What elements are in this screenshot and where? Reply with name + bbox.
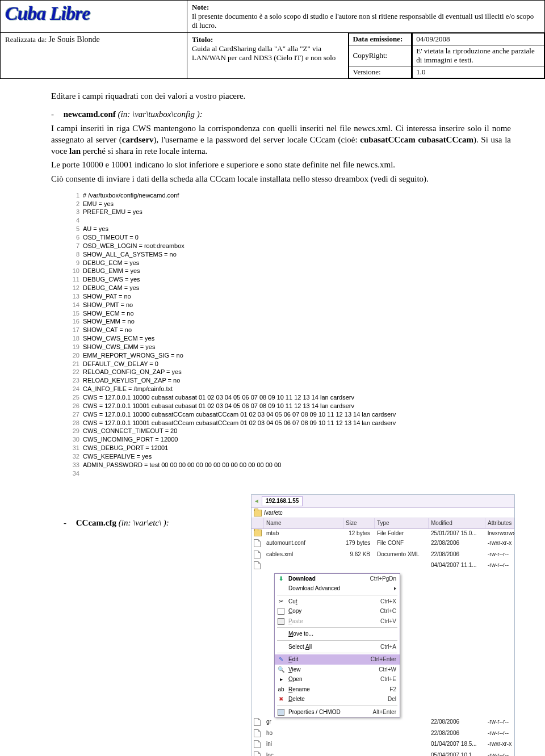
data-label: Data emissione: — [353, 35, 403, 43]
file-icon — [254, 729, 261, 737]
file-icon — [254, 551, 261, 558]
file-attr: -rw-r--r-- — [485, 717, 514, 729]
path-value: /var/etc — [264, 509, 283, 517]
menu-label: Edit — [288, 656, 367, 663]
para1: I campi inseriti in riga CWS mantengono … — [51, 124, 511, 156]
file-row[interactable]: ini01/04/2007 18.5...-rwxr-xr-x — [251, 740, 514, 751]
file-attr: -rw-r--r-- — [485, 561, 514, 572]
menu-item[interactable]: Download Advanced — [275, 583, 400, 594]
file-type — [375, 729, 429, 740]
menu-icon — [277, 608, 285, 615]
menu-item[interactable]: ✂CutCtrl+X — [275, 597, 400, 607]
file-name: gr — [264, 717, 343, 729]
menu-item[interactable]: CopyCtrl+C — [275, 606, 400, 616]
file-list-header[interactable]: Name Size Type Modified Attributes — [251, 518, 514, 529]
menu-item[interactable]: Select AllCtrl+A — [275, 642, 400, 652]
menu-separator — [277, 640, 397, 641]
file-attr: -rwxr-xr-x — [485, 740, 514, 751]
file-attr: -rw-r--r-- — [485, 550, 514, 561]
file-name: loc — [264, 751, 343, 756]
newcamd-path: (in: \var\tuxbox\config ): — [116, 110, 203, 119]
menu-item[interactable]: 🔍ViewCtrl+W — [275, 665, 400, 675]
menu-shortcut: Ctrl+Enter — [371, 656, 396, 663]
copy-value: E' vietata la riproduzione anche parzial… — [416, 47, 534, 64]
file-row[interactable]: gr22/08/2006-rw-r--r-- — [251, 717, 514, 729]
submenu-arrow-icon — [394, 587, 396, 590]
copy-label: CopyRight: — [353, 51, 387, 60]
config-code-block: 1# /var/tuxbox/config/newcamd.conf 2EMU … — [68, 191, 511, 478]
file-modified: 25/01/2007 15.0... — [429, 529, 485, 539]
ccam-path: (in: \var\etc\ ): — [116, 518, 169, 527]
file-type — [375, 751, 429, 756]
file-row[interactable]: mtab12 bytesFile Folder25/01/2007 15.0..… — [251, 529, 514, 539]
file-row[interactable]: loc05/04/2007 10.1...-rw-r--r-- — [251, 751, 514, 756]
folder-icon — [254, 530, 262, 536]
ccam-title: CCcam.cfg — [76, 518, 116, 527]
file-icon — [254, 740, 261, 748]
menu-item: PasteCtrl+V — [275, 616, 400, 627]
col-size[interactable]: Size — [343, 518, 375, 528]
file-row[interactable]: automount.conf179 bytesFile CONF22/08/20… — [251, 539, 514, 550]
menu-separator — [277, 595, 397, 595]
file-icon — [254, 539, 261, 547]
file-modified: 05/04/2007 10.1... — [429, 751, 485, 756]
file-size — [343, 740, 375, 751]
file-type: File Folder — [375, 529, 429, 539]
folder-icon — [254, 510, 262, 516]
file-type — [375, 740, 429, 751]
col-icon[interactable] — [251, 518, 264, 528]
menu-shortcut: Del — [388, 695, 396, 703]
file-browser[interactable]: ◄ 192.168.1.55 /var/etc Name Size Type M… — [251, 494, 515, 756]
titolo-label: Titolo: — [192, 35, 213, 44]
file-name: cables.xml — [264, 550, 343, 561]
menu-icon: ✖ — [277, 695, 285, 703]
col-modified[interactable]: Modified — [429, 518, 485, 528]
file-type — [375, 717, 429, 729]
file-row[interactable]: ho22/08/2006-rw-r--r-- — [251, 729, 514, 740]
data-value: 04/09/2008 — [416, 35, 450, 43]
menu-label: Properties / CHMOD — [288, 708, 370, 716]
file-row[interactable]: cables.xml9.62 KBDocumento XML22/08/2006… — [251, 550, 514, 561]
col-attributes[interactable]: Attributes — [485, 518, 514, 528]
back-icon[interactable]: ◄ — [254, 497, 259, 505]
file-size — [343, 729, 375, 740]
menu-shortcut: F2 — [389, 686, 396, 694]
document-body: Editare i campi riquadrati con dei valor… — [0, 79, 545, 756]
path-bar[interactable]: /var/etc — [251, 508, 514, 519]
file-name: ini — [264, 740, 343, 751]
para2: Le porte 10000 e 10001 indicano lo slot … — [51, 160, 395, 169]
note-text: Il presente documento è a solo scopo di … — [192, 12, 534, 30]
address-value[interactable]: 192.168.1.55 — [262, 496, 303, 506]
note-label: Note: — [192, 3, 209, 11]
menu-item[interactable]: ⬇DownloadCtrl+PgDn — [275, 574, 400, 584]
intro-text: Editare i campi riquadrati con dei valor… — [51, 90, 511, 102]
file-modified: 01/04/2007 18.5... — [429, 740, 485, 751]
menu-item[interactable]: ✖DeleteDel — [275, 694, 400, 704]
menu-item[interactable]: Move to... — [275, 629, 400, 639]
menu-icon: 🔍 — [277, 666, 285, 674]
menu-item[interactable]: abRenameF2 — [275, 684, 400, 695]
file-modified: 22/08/2006 — [429, 717, 485, 729]
file-icon — [254, 751, 261, 756]
address-bar[interactable]: ◄ 192.168.1.55 — [251, 495, 514, 508]
context-menu[interactable]: ⬇DownloadCtrl+PgDnDownload Advanced✂CutC… — [274, 573, 400, 718]
menu-item[interactable]: Properties / CHMODAlt+Enter — [275, 707, 400, 717]
menu-label: View — [288, 666, 375, 674]
file-size: 179 bytes — [343, 539, 375, 550]
file-list[interactable]: mtab12 bytesFile Folder25/01/2007 15.0..… — [251, 529, 514, 756]
menu-label: Download — [288, 575, 367, 583]
menu-item[interactable]: ▸OpenCtrl+E — [275, 674, 400, 684]
file-size: 9.62 KB — [343, 550, 375, 561]
menu-icon: ✂ — [277, 598, 285, 606]
col-name[interactable]: Name — [264, 518, 343, 528]
menu-item[interactable]: ✎EditCtrl+Enter — [275, 654, 400, 665]
col-type[interactable]: Type — [375, 518, 429, 528]
file-row[interactable]: 04/04/2007 11.1...-rw-r--r-- — [251, 561, 514, 572]
menu-icon: ab — [277, 686, 285, 694]
file-modified: 04/04/2007 11.1... — [429, 561, 485, 572]
menu-label: Copy — [288, 607, 376, 615]
menu-icon: ▸ — [277, 675, 285, 683]
realizzata-label: Realizzata da: — [5, 35, 49, 44]
menu-shortcut: Ctrl+C — [380, 607, 396, 615]
file-icon — [254, 561, 261, 569]
